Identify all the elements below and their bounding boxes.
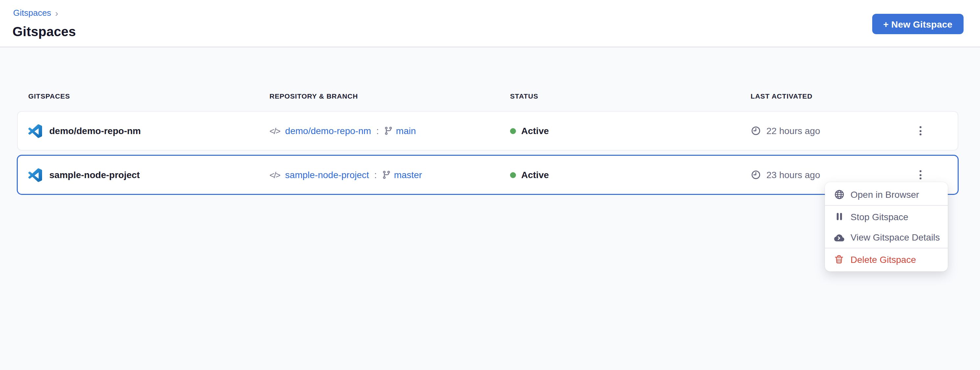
menu-item-open-in-browser[interactable]: Open in Browser [825,184,948,204]
gitspace-name-cell: sample-node-project [28,168,269,182]
last-activated-text: 23 hours ago [766,170,820,180]
gitspaces-table: GITSPACES REPOSITORY & BRANCH STATUS LAS… [18,89,958,200]
status-cell: Active [510,125,751,136]
last-activated-cell: 23 hours ago [751,170,912,180]
status-text: Active [521,170,549,180]
table-row[interactable]: sample-node-project </> sample-node-proj… [18,156,958,194]
repo-link[interactable]: sample-node-project [285,170,369,180]
repo-link[interactable]: demo/demo-repo-nm [285,125,371,136]
menu-item-label: Open in Browser [851,189,919,200]
repo-branch-cell: </> demo/demo-repo-nm : main [269,125,510,136]
new-gitspace-button[interactable]: + New Gitspace [872,14,964,34]
last-activated-cell: 22 hours ago [751,125,912,136]
column-header-status: STATUS [510,92,751,100]
repo-branch-separator: : [376,125,379,136]
page-title: Gitspaces [13,24,76,40]
gitspaces-page: Gitspaces › Gitspaces + New Gitspace GIT… [0,0,980,370]
repo-branch-separator: : [374,170,377,180]
clock-icon [751,170,761,180]
column-header-last-activated: LAST ACTIVATED [751,92,912,100]
clock-icon [751,125,761,136]
git-branch-icon [384,126,393,135]
cloud-icon [834,232,845,241]
menu-item-label: Delete Gitspace [851,254,916,265]
breadcrumb-separator: › [55,8,58,17]
breadcrumb: Gitspaces › [13,8,58,18]
status-cell: Active [510,170,751,180]
menu-divider [825,248,948,248]
code-icon: </> [269,126,280,136]
pause-icon [834,212,845,221]
vscode-icon [28,168,42,182]
menu-item-label: Stop Gitspace [851,211,908,222]
row-actions-kebab-icon[interactable] [912,167,928,183]
table-header-row: GITSPACES REPOSITORY & BRANCH STATUS LAS… [18,89,958,103]
gitspace-name-cell: demo/demo-repo-nm [28,124,269,138]
menu-item-view-gitspace-details[interactable]: View Gitspace Details [825,227,948,247]
gitspace-name: sample-node-project [49,170,140,180]
row-actions-menu: Open in Browser Stop Gitspace View Gitsp… [825,182,948,272]
git-branch-icon [382,170,391,179]
status-active-dot [510,172,516,178]
trash-icon [834,254,845,264]
code-icon: </> [269,170,280,180]
last-activated-text: 22 hours ago [766,125,820,136]
row-actions-kebab-icon[interactable] [912,123,928,139]
column-header-gitspaces: GITSPACES [28,92,269,100]
status-text: Active [521,125,549,136]
branch-link[interactable]: master [394,170,422,180]
column-header-repository-branch: REPOSITORY & BRANCH [269,92,510,100]
menu-divider [825,205,948,206]
table-row[interactable]: demo/demo-repo-nm </> demo/demo-repo-nm … [18,112,958,150]
menu-item-label: View Gitspace Details [851,232,940,242]
page-header: Gitspaces › Gitspaces + New Gitspace [0,0,980,47]
status-active-dot [510,128,516,134]
gitspace-name: demo/demo-repo-nm [49,125,141,136]
menu-item-delete-gitspace[interactable]: Delete Gitspace [825,249,948,270]
breadcrumb-gitspaces-link[interactable]: Gitspaces [13,8,51,18]
repo-branch-cell: </> sample-node-project : master [269,170,510,180]
vscode-icon [28,124,42,138]
globe-icon [834,189,845,200]
menu-item-stop-gitspace[interactable]: Stop Gitspace [825,206,948,227]
branch-link[interactable]: main [396,125,416,136]
